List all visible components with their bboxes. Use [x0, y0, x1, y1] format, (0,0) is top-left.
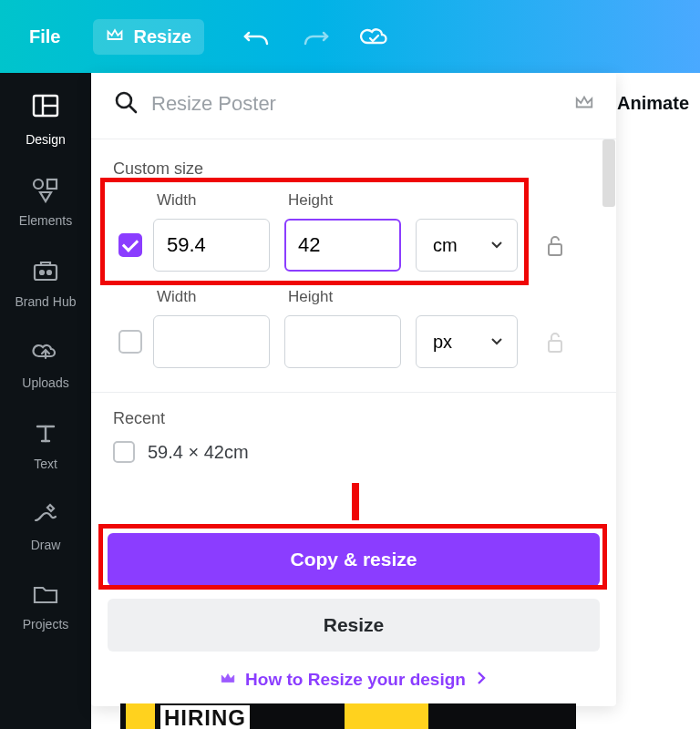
copy-and-resize-button[interactable]: Copy & resize [108, 533, 600, 586]
width-input[interactable] [153, 315, 270, 368]
width-input[interactable] [153, 219, 270, 272]
custom-size-row: Width Height cm [91, 191, 616, 272]
how-to-label: How to Resize your design [245, 670, 466, 690]
height-input[interactable] [284, 315, 401, 368]
animate-button[interactable]: Animate [617, 93, 689, 114]
search-icon [113, 89, 139, 118]
text-icon [32, 419, 59, 449]
crown-icon [106, 26, 124, 47]
row-checkbox[interactable] [118, 233, 142, 257]
crown-icon [220, 670, 236, 690]
recent-heading: Recent [91, 409, 616, 436]
sidebar-item-label: Text [34, 457, 57, 471]
how-to-resize-link[interactable]: How to Resize your design [108, 670, 600, 690]
draw-icon [30, 500, 61, 530]
chevron-down-icon [489, 235, 504, 256]
unit-value: px [433, 332, 452, 353]
brand-hub-icon [30, 257, 61, 287]
recent-checkbox[interactable] [113, 441, 135, 463]
height-label: Height [288, 191, 401, 210]
svg-line-9 [129, 106, 136, 112]
sidebar-item-design[interactable]: Design [0, 73, 91, 159]
crown-icon [574, 93, 594, 115]
chevron-right-icon [475, 670, 488, 690]
panel-footer: Copy & resize Resize How to Resize your … [91, 520, 616, 706]
annotation-arrow [337, 479, 374, 520]
svg-point-6 [40, 271, 44, 274]
recent-item-label: 59.4 × 42cm [148, 442, 249, 463]
sidebar-item-text[interactable]: Text [0, 403, 91, 484]
file-menu[interactable]: File [16, 19, 73, 55]
unit-value: cm [433, 235, 458, 256]
svg-rect-5 [35, 265, 57, 280]
projects-icon [31, 581, 60, 610]
panel-body: Custom size Width Height [91, 139, 616, 520]
recent-section: Recent 59.4 × 42cm [91, 392, 616, 468]
height-input[interactable] [284, 219, 401, 272]
design-icon [29, 89, 62, 125]
uploads-icon [30, 338, 61, 368]
sidebar-item-label: Uploads [22, 375, 68, 390]
resize-panel: Custom size Width Height [91, 73, 616, 706]
sidebar-item-label: Elements [19, 213, 72, 228]
svg-rect-10 [549, 244, 561, 255]
redo-button[interactable] [299, 20, 332, 53]
left-sidebar: Design Elements [0, 73, 91, 729]
resize-button[interactable]: Resize [108, 599, 600, 652]
row-checkbox[interactable] [118, 330, 142, 354]
svg-point-7 [47, 271, 51, 274]
resize-menu[interactable]: Resize [93, 19, 203, 55]
height-label: Height [288, 288, 401, 306]
sidebar-item-label: Draw [31, 538, 61, 552]
svg-point-3 [34, 180, 43, 189]
svg-rect-11 [549, 341, 561, 352]
panel-search-row [91, 73, 616, 139]
search-input[interactable] [151, 92, 563, 116]
elements-icon [30, 176, 61, 206]
unit-select[interactable]: px [416, 315, 518, 368]
custom-size-row: Width Height px [91, 288, 616, 368]
spacer [419, 191, 518, 210]
width-label: Width [157, 288, 270, 306]
sidebar-item-elements[interactable]: Elements [0, 159, 91, 241]
sidebar-item-draw[interactable]: Draw [0, 484, 91, 565]
unit-select[interactable]: cm [416, 219, 518, 272]
sidebar-item-brandhub[interactable]: Brand Hub [0, 241, 91, 322]
sidebar-item-label: Design [26, 132, 66, 147]
lock-toggle[interactable] [540, 233, 571, 259]
width-label: Width [157, 191, 270, 210]
cloud-sync-icon[interactable] [357, 20, 390, 53]
undo-button[interactable] [241, 20, 273, 53]
topbar: File Resize [0, 0, 700, 73]
resize-menu-label: Resize [133, 26, 190, 47]
sidebar-item-label: Projects [23, 617, 69, 631]
sidebar-item-projects[interactable]: Projects [0, 565, 91, 644]
recent-item[interactable]: 59.4 × 42cm [91, 436, 616, 468]
canvas-text-hiring: HIRING [160, 705, 250, 729]
lock-toggle[interactable] [540, 330, 571, 355]
chevron-down-icon [489, 332, 504, 353]
canvas-preview-strip: HIRING [120, 703, 576, 729]
spacer [419, 288, 518, 306]
sidebar-item-uploads[interactable]: Uploads [0, 322, 91, 403]
sidebar-item-label: Brand Hub [15, 294, 77, 309]
custom-size-heading: Custom size [91, 159, 616, 186]
svg-rect-4 [47, 180, 57, 189]
